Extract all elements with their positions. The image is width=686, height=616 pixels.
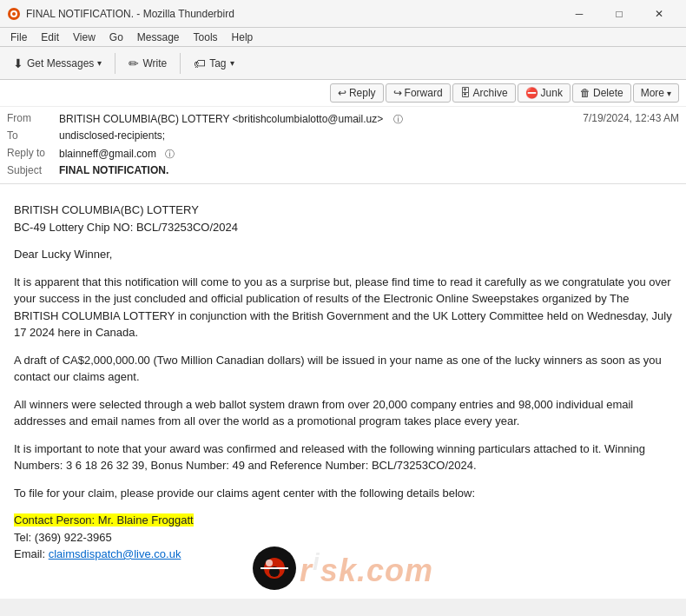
subject-value: FINAL NOTIFICATION. xyxy=(59,164,679,176)
minimize-button[interactable]: ─ xyxy=(559,0,599,28)
more-dropdown-icon: ▾ xyxy=(667,89,671,98)
email-date: 7/19/2024, 12:43 AM xyxy=(583,112,679,124)
body-para5: It is important to note that your award … xyxy=(14,440,672,474)
contact-tel: Tel: (369) 922-3965 xyxy=(14,531,112,544)
get-messages-button[interactable]: ⬇ Get Messages ▾ xyxy=(5,52,109,75)
to-value: undisclosed-recipients; xyxy=(59,129,679,142)
menu-edit[interactable]: Edit xyxy=(34,30,66,45)
tag-button[interactable]: 🏷 Tag ▾ xyxy=(186,52,241,75)
close-button[interactable]: ✕ xyxy=(639,0,679,28)
body-para3: A draft of CA$2,000,000.00 (Two Million … xyxy=(14,352,672,386)
delete-icon: 🗑 xyxy=(580,87,590,99)
tag-icon: 🏷 xyxy=(194,56,206,70)
reply-to-info-icon[interactable]: ⓘ xyxy=(162,147,176,161)
body-lottery-name: BRITISH COLUMBIA(BC) LOTTERY BC-49 Lotte… xyxy=(14,202,672,235)
body-para6: To file for your claim, please provide o… xyxy=(14,485,672,502)
body-contact: Contact Person: Mr. Blaine Froggatt Tel:… xyxy=(14,512,672,563)
menu-help[interactable]: Help xyxy=(225,30,261,45)
email-header: ↩ Reply ↪ Forward 🗄 Archive ⛔ Junk 🗑 Del… xyxy=(0,80,686,184)
to-row: To undisclosed-recipients; xyxy=(7,128,679,145)
menu-file[interactable]: File xyxy=(3,30,34,45)
get-messages-dropdown-icon: ▾ xyxy=(97,58,102,68)
to-label: To xyxy=(7,129,59,142)
menu-tools[interactable]: Tools xyxy=(187,30,225,45)
toolbar: ⬇ Get Messages ▾ ✏ Write 🏷 Tag ▾ xyxy=(0,47,686,80)
from-row: From BRITISH COLUMBIA(BC) LOTTERY <briti… xyxy=(7,110,679,128)
write-icon: ✏ xyxy=(129,56,139,70)
junk-button[interactable]: ⛔ Junk xyxy=(518,83,571,103)
toolbar-divider-2 xyxy=(180,53,181,74)
window-controls: ─ □ ✕ xyxy=(559,0,679,28)
menu-message[interactable]: Message xyxy=(130,30,187,45)
menu-go[interactable]: Go xyxy=(102,30,130,45)
app-icon xyxy=(7,7,21,21)
body-para2: It is apparent that this notification wi… xyxy=(14,274,672,341)
toolbar-divider-1 xyxy=(115,53,115,74)
reply-icon: ↩ xyxy=(338,87,346,99)
from-label: From xyxy=(7,112,59,124)
title-bar: FINAL NOTIFICATION. - Mozilla Thunderbir… xyxy=(0,0,686,28)
reply-button[interactable]: ↩ Reply xyxy=(330,83,384,103)
forward-icon: ↪ xyxy=(393,87,402,99)
email-action-toolbar: ↩ Reply ↪ Forward 🗄 Archive ⛔ Junk 🗑 Del… xyxy=(0,80,686,107)
get-messages-icon: ⬇ xyxy=(13,56,23,70)
sender-info-icon[interactable]: ⓘ xyxy=(392,112,406,126)
contact-email-link[interactable]: claimsdispatch@live.co.uk xyxy=(49,547,181,560)
junk-icon: ⛔ xyxy=(525,87,538,99)
window-title: FINAL NOTIFICATION. - Mozilla Thunderbir… xyxy=(26,8,559,20)
delete-button[interactable]: 🗑 Delete xyxy=(572,83,631,103)
menu-view[interactable]: View xyxy=(66,30,102,45)
subject-row: Subject FINAL NOTIFICATION. xyxy=(7,162,679,180)
body-greeting: Dear Lucky Winner, xyxy=(14,246,672,263)
archive-button[interactable]: 🗄 Archive xyxy=(452,83,516,103)
subject-label: Subject xyxy=(7,164,59,176)
more-button[interactable]: More ▾ xyxy=(633,83,679,103)
email-actions: ↩ Reply ↪ Forward 🗄 Archive ⛔ Junk 🗑 Del… xyxy=(330,83,679,103)
svg-point-2 xyxy=(12,12,16,16)
email-body: BRITISH COLUMBIA(BC) LOTTERY BC-49 Lotte… xyxy=(0,184,686,599)
menu-bar: File Edit View Go Message Tools Help xyxy=(0,28,686,47)
write-button[interactable]: ✏ Write xyxy=(121,52,175,75)
tag-dropdown-icon: ▾ xyxy=(230,58,234,68)
archive-icon: 🗄 xyxy=(460,87,471,99)
maximize-button[interactable]: □ xyxy=(599,0,639,28)
forward-button[interactable]: ↪ Forward xyxy=(386,83,451,103)
from-value: BRITISH COLUMBIA(BC) LOTTERY <britishcol… xyxy=(59,112,583,126)
reply-to-value: blainneff@gmail.com ⓘ xyxy=(59,147,679,161)
email-header-fields: From BRITISH COLUMBIA(BC) LOTTERY <briti… xyxy=(0,107,686,183)
contact-person: Contact Person: Mr. Blaine Froggatt xyxy=(14,513,194,527)
contact-email-label: Email: xyxy=(14,547,49,560)
reply-to-label: Reply to xyxy=(7,147,59,159)
reply-to-row: Reply to blainneff@gmail.com ⓘ xyxy=(7,145,679,162)
body-para4: All winners were selected through a web … xyxy=(14,396,672,430)
